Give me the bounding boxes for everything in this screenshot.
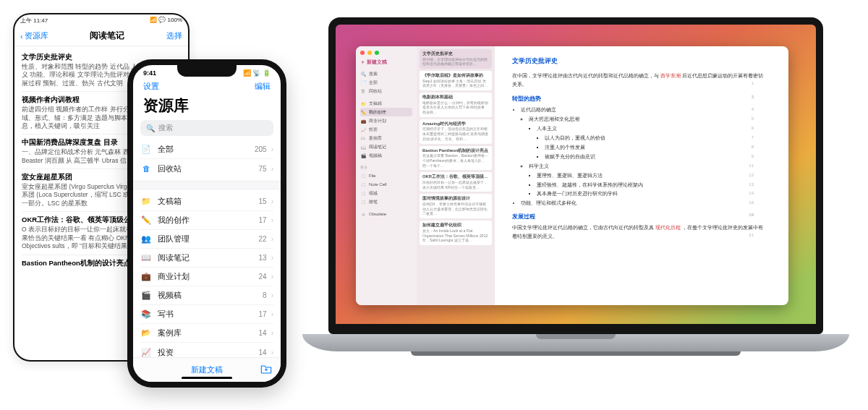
row-count: 14 — [259, 349, 267, 356]
laptop-base — [302, 334, 849, 351]
paragraph: 中国文学理论批评近代品格的确立，它由古代向近代的转型及其 现代化历程 ，在整个文… — [512, 223, 764, 240]
row-label: 商业计划 — [158, 271, 259, 282]
chevron-right-icon: › — [271, 310, 273, 318]
laptop-screen: ＋ 新建文稿 🔍搜索📄全部🗑回收站📁文稿箱✏️我的创作💼商业计划📈投资🗂案例库📖… — [328, 17, 823, 334]
inline-link[interactable]: 西学东潮 — [660, 72, 681, 79]
sidebar-item[interactable]: 🔍搜索 — [360, 69, 412, 78]
outline-item[interactable]: 两大哲思潮和文化思潮5人本主义6以人为目的，重视人的价值7注重人的个性发展8被赋… — [529, 115, 764, 162]
row-icon: 🎬 — [140, 290, 152, 302]
row-label: 文稿箱 — [158, 196, 259, 207]
settings-button[interactable]: 设置 — [143, 81, 159, 94]
row-icon: 📁 — [140, 196, 152, 208]
search-input[interactable]: 🔍 搜索 — [140, 120, 273, 136]
signal-icon: 📶 📡 🔋 — [243, 69, 271, 81]
sidebar-item[interactable]: 🎬视频稿 — [360, 151, 412, 160]
note-card[interactable]: Bastion Pantheon机制的设计亮点在这篇文章里 Bastion，Ba… — [420, 146, 492, 171]
list-row[interactable]: 📚 写书 17 › — [140, 305, 273, 324]
sidebar-item[interactable]: 📁文稿箱 — [360, 99, 412, 108]
row-count: 24 — [259, 273, 267, 281]
select-button[interactable]: 选择 — [166, 30, 182, 41]
row-count: 8 — [263, 291, 267, 299]
sidebar-item[interactable]: 🗂案例库 — [360, 134, 412, 142]
status-bar: 上午 11:47 📶 💬 100% — [14, 14, 188, 26]
note-list: 文学历史批评史在中国，文学理论批评由古代向近代的转型和近代品格的确立有着密切关…… — [417, 46, 495, 305]
editor[interactable]: 文学历史批评史 在中国，文学理论批评由古代向近代的转型和近代品格的确立，与 西学… — [495, 46, 788, 305]
outline-item[interactable]: 以人为目的，重视人的价值7 — [545, 134, 764, 143]
sidebar: ＋ 新建文稿 🔍搜索📄全部🗑回收站📁文稿箱✏️我的创作💼商业计划📈投资🗂案例库📖… — [356, 46, 417, 305]
chevron-right-icon: › — [271, 145, 273, 153]
sidebar-item[interactable]: ☐File — [360, 171, 412, 180]
home-indicator — [182, 377, 232, 379]
row-icon: 📚 — [140, 309, 152, 320]
chevron-right-icon: › — [271, 349, 273, 356]
row-label: 团队管理 — [158, 234, 259, 244]
sidebar-item[interactable]: 📈投资 — [360, 125, 412, 134]
outline-item[interactable]: 重理性、重逻辑、重逻辑方法12 — [537, 171, 764, 181]
list-row[interactable]: 📂 案例库 14 › — [140, 324, 273, 343]
outline-item[interactable]: 近代品格的确立4两大哲思潮和文化思潮5人本主义6以人为目的，重视人的价值7注重人… — [521, 106, 764, 199]
sidebar-item[interactable]: ☐Note Cell — [360, 180, 412, 189]
search-icon: 🔍 — [146, 124, 155, 132]
paragraph: 在中国，文学理论批评由古代向近代的转型和近代品格的确立，与 西学东潮 后近代思想… — [512, 72, 764, 88]
list-row[interactable]: 📖 阅读笔记 13 › — [140, 249, 273, 268]
chevron-right-icon: › — [271, 291, 273, 299]
sidebar-item[interactable]: ☐缩减 — [360, 189, 412, 197]
outline-item[interactable]: 注重人的个性发展8 — [545, 143, 764, 153]
outline-item[interactable]: 科学主义11重理性、重逻辑、重逻辑方法12重经验性、超越性，在科学体系性的理论框… — [529, 162, 764, 200]
large-title: 资源库 — [133, 94, 281, 120]
row-count: 17 — [259, 216, 267, 224]
sidebar-item[interactable]: 💼商业计划 — [360, 116, 412, 125]
list-row[interactable]: 📄 全部 205 › — [140, 140, 273, 159]
back-button[interactable]: ‹ 资源库 — [20, 30, 48, 41]
edit-button[interactable]: 编辑 — [255, 81, 271, 94]
close-icon[interactable] — [360, 51, 365, 55]
minimize-icon[interactable] — [367, 51, 372, 55]
chevron-right-icon: › — [271, 235, 273, 243]
sidebar-item[interactable]: ✏️我的创作 — [360, 108, 412, 116]
list-row[interactable]: 👥 团队管理 22 › — [140, 230, 273, 249]
note-card[interactable]: 文学历史批评史在中国，文学理论批评由古代向近代的转型和近代品格的确立有着密切关… — [420, 49, 492, 69]
list-row[interactable]: 💼 商业计划 24 › — [140, 268, 273, 286]
row-icon: 📄 — [140, 144, 152, 155]
chevron-right-icon: › — [271, 254, 273, 262]
row-icon: 👥 — [140, 234, 152, 245]
row-label: 视频稿 — [158, 290, 263, 301]
section-gap — [133, 181, 281, 189]
row-count: 22 — [259, 235, 267, 243]
note-card[interactable]: 面对情境故事的源在设计自A型对，李要主种无事件综合式可移驱动人分力道求看理，但之… — [420, 194, 492, 218]
note-card[interactable]: 《学尔敢启程》是如何讲故事的Step1 如何讲好故事 主角：清末启动 无资质少年… — [420, 71, 492, 90]
doc-title: 文学历史批评史 — [512, 56, 764, 66]
sidebar-item[interactable]: 📄全部 — [360, 78, 412, 87]
new-doc-button[interactable]: ＋ 新建文稿 — [360, 59, 412, 66]
sidebar-item[interactable]: ⊘Obsolete — [360, 210, 412, 218]
outline-item[interactable]: 人本主义6以人为目的，重视人的价值7注重人的个性发展8被赋予充分的自由意识9 — [537, 124, 764, 162]
outline-item[interactable]: 重经验性、超越性，在科学体系性的理论框架内13 — [537, 181, 764, 190]
list-row[interactable]: ✏️ 我的创作 17 › — [140, 211, 273, 230]
sidebar-item[interactable]: ☐随笔 — [360, 197, 412, 206]
chevron-right-icon: › — [271, 273, 273, 281]
row-icon: 💼 — [140, 271, 152, 283]
list-row[interactable]: 🎬 视频稿 8 › — [140, 286, 273, 305]
outline-item[interactable]: 功能、理论和模式多样化16 — [521, 199, 764, 208]
row-count: 17 — [259, 310, 267, 318]
chevron-right-icon: › — [271, 216, 273, 224]
list-row[interactable]: 📁 文稿箱 15 › — [140, 192, 273, 211]
note-card[interactable]: Amazing时代与经济学宏观经济学下，流动意识形态的五年和整体后置思维对三种思… — [420, 119, 492, 144]
note-card[interactable]: 电影剧本和基础电影剧本是什么 一分钟约，所有的电影创造者先生某人主体的人写下来 … — [420, 93, 492, 117]
list-row[interactable]: 🗑 回收站 75 › — [140, 159, 273, 178]
row-label: 写书 — [158, 309, 259, 320]
window-controls[interactable] — [360, 51, 412, 55]
note-card[interactable]: OKR工作法：谷歌、领英等顶级公司目标好的目标一让你一起床就去做某个，表示关键结… — [420, 172, 492, 192]
sidebar-item[interactable]: 📖阅读笔记 — [360, 142, 412, 151]
new-doc-button[interactable]: 新建文稿 — [191, 364, 223, 375]
new-folder-icon[interactable] — [260, 364, 272, 377]
chevron-right-icon: › — [271, 329, 273, 337]
sidebar-item[interactable]: 🗑回收站 — [360, 87, 412, 95]
fullscreen-icon[interactable] — [375, 51, 379, 55]
outline-item[interactable]: 被赋予充分的自由意识9 — [545, 153, 764, 162]
note-card[interactable]: 如何建立扁平化组织原文：An Inside Look at a Flat Org… — [420, 221, 492, 245]
top-section: 📄 全部 205 › 🗑 回收站 75 › — [133, 140, 281, 178]
app-window: ＋ 新建文稿 🔍搜索📄全部🗑回收站📁文稿箱✏️我的创作💼商业计划📈投资🗂案例库📖… — [356, 46, 788, 305]
outline-item[interactable]: 其本身是一门对历史进行研究的学科14 — [537, 189, 764, 199]
inline-link[interactable]: 现代化历程 — [655, 224, 681, 231]
